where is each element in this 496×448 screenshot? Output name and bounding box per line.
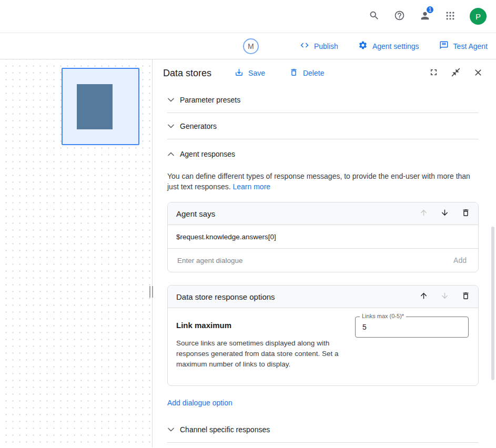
apps-grid-button[interactable]	[445, 11, 455, 23]
description-text: You can define different types of respon…	[167, 172, 470, 191]
arrow-down-icon	[440, 208, 449, 219]
chevron-down-icon	[167, 124, 174, 128]
divider	[167, 442, 479, 443]
collapse-icon	[451, 67, 461, 79]
panel-body: Parameter presets Generators Agent respo…	[153, 87, 496, 443]
agent-settings-label: Agent settings	[372, 42, 419, 50]
agent-says-card-header: Agent says	[168, 202, 478, 225]
move-up-button[interactable]	[419, 208, 428, 219]
data-store-card-header: Data store response options	[168, 286, 478, 308]
panel-header: Data stores Save Delete	[153, 59, 496, 87]
learn-more-link[interactable]: Learn more	[233, 182, 271, 191]
move-down-button[interactable]	[440, 291, 449, 302]
links-max-field: Links max (0-5)*	[355, 317, 469, 338]
trash-icon	[461, 208, 470, 219]
section-generators[interactable]: Generators	[167, 113, 479, 139]
agent-toolbar: M Publish Agent settings Test Agent	[0, 33, 496, 59]
test-agent-button[interactable]: Test Agent	[438, 38, 489, 54]
agent-avatar[interactable]: M	[243, 38, 259, 54]
help-button[interactable]	[394, 10, 405, 23]
delete-card-button[interactable]	[461, 291, 470, 302]
flow-node[interactable]	[62, 68, 139, 145]
section-parameter-presets[interactable]: Parameter presets	[167, 87, 479, 113]
trash-icon	[461, 291, 470, 302]
links-max-input[interactable]	[355, 317, 469, 338]
chevron-down-icon	[167, 98, 174, 102]
agent-responses-description: You can define different types of respon…	[167, 171, 471, 192]
search-icon	[369, 10, 380, 23]
card-actions	[419, 208, 470, 219]
delete-card-button[interactable]	[461, 208, 470, 219]
chat-icon	[439, 40, 449, 52]
test-agent-label: Test Agent	[453, 42, 488, 50]
section-label: Channel specific responses	[180, 425, 270, 434]
publish-button[interactable]: Publish	[299, 38, 339, 54]
data-stores-panel: Data stores Save Delete	[153, 59, 496, 447]
links-max-label: Links max (0-5)*	[360, 313, 406, 319]
option-title: Link maximum	[176, 321, 354, 330]
search-button[interactable]	[369, 10, 380, 23]
card-title: Agent says	[176, 209, 215, 218]
data-store-card-body: Link maximum Source links are sometimes …	[168, 308, 478, 385]
publish-label: Publish	[314, 42, 338, 50]
arrow-up-icon	[419, 291, 428, 302]
account-avatar[interactable]: P	[470, 8, 487, 25]
option-description: Source links are sometimes displayed alo…	[176, 338, 354, 370]
main-area: Data stores Save Delete	[0, 59, 496, 447]
topbar: 1 P	[0, 0, 496, 33]
agent-says-card: Agent says	[167, 202, 479, 272]
apps-grid-icon	[445, 11, 455, 23]
save-icon	[235, 68, 244, 78]
agent-dialogue-input-row: Add	[168, 249, 478, 272]
card-title: Data store response options	[176, 292, 275, 301]
agent-settings-button[interactable]: Agent settings	[357, 38, 420, 54]
section-label: Agent responses	[180, 150, 235, 158]
agent-dialogue-value[interactable]: $request.knowledge.answers[0]	[168, 225, 478, 249]
save-button[interactable]: Save	[234, 66, 266, 80]
page-title: Data stores	[163, 68, 211, 79]
delete-label: Delete	[303, 69, 324, 77]
move-up-button[interactable]	[419, 291, 428, 302]
arrow-up-icon	[419, 208, 428, 219]
section-label: Parameter presets	[180, 96, 240, 104]
card-actions	[419, 291, 470, 302]
panel-resize-handle[interactable]	[149, 286, 153, 298]
delete-button[interactable]: Delete	[288, 66, 325, 80]
link-maximum-block: Link maximum Source links are sometimes …	[176, 314, 354, 370]
agent-dialogue-input[interactable]	[176, 256, 450, 265]
close-icon	[473, 67, 483, 79]
section-agent-responses[interactable]: Agent responses	[167, 139, 479, 169]
add-button[interactable]: Add	[450, 256, 470, 265]
trash-icon	[289, 68, 298, 78]
section-channel-specific-responses[interactable]: Channel specific responses	[167, 416, 479, 442]
fullscreen-icon	[429, 67, 439, 79]
node-thumbnail	[77, 84, 113, 129]
move-down-button[interactable]	[440, 208, 449, 219]
close-panel-button[interactable]	[473, 67, 483, 79]
flow-canvas[interactable]	[0, 59, 153, 447]
code-icon	[300, 40, 309, 52]
chevron-up-icon	[167, 152, 174, 156]
panel-header-actions	[429, 67, 483, 79]
save-label: Save	[248, 69, 265, 77]
gear-icon	[358, 40, 368, 52]
data-store-options-card: Data store response options	[167, 285, 479, 386]
arrow-down-icon	[440, 291, 449, 302]
notifications-button[interactable]: 1	[419, 10, 431, 23]
collapse-button[interactable]	[451, 67, 461, 79]
add-dialogue-option-button[interactable]: Add dialogue option	[167, 399, 232, 407]
notification-badge: 1	[426, 5, 434, 14]
scrollbar[interactable]	[491, 227, 494, 380]
help-icon	[394, 10, 405, 23]
fullscreen-button[interactable]	[429, 67, 439, 79]
section-label: Generators	[180, 122, 217, 130]
chevron-down-icon	[167, 427, 174, 432]
